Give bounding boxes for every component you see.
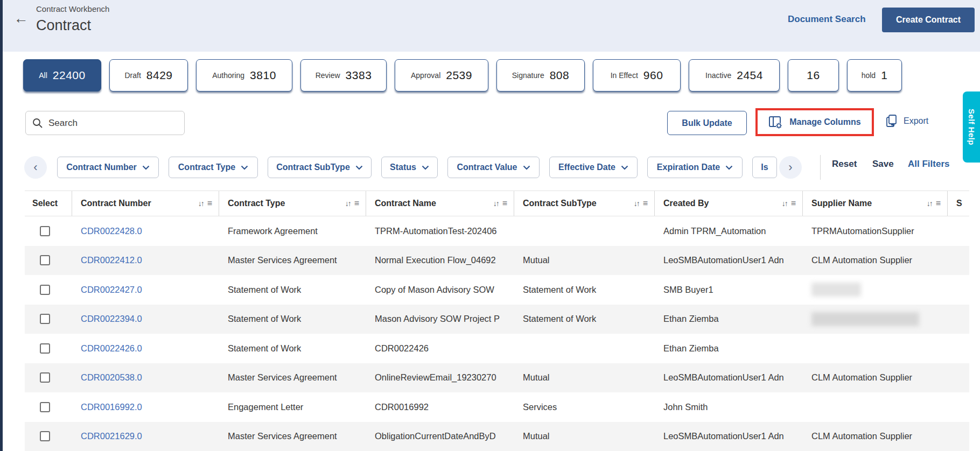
status-tab-authoring[interactable]: Authoring3810 [196,59,292,91]
all-filters-button[interactable]: All Filters [908,159,949,170]
filter-chip-contract-value[interactable]: Contract Value [447,157,540,178]
sort-arrows-icon[interactable]: ↓↑ [634,199,639,208]
sort-arrows-icon[interactable]: ↓↑ [927,199,932,208]
status-tab-count: 3810 [250,69,276,82]
back-arrow-icon[interactable]: ← [11,9,31,28]
created-by-cell: John Smith [655,392,803,422]
sort-arrows-icon[interactable]: ↓↑ [198,199,204,208]
extra-column-cell [948,422,969,451]
contract-number-link[interactable]: CDR0016992.0 [72,392,219,422]
filter-chip-contract-number[interactable]: Contract Number [57,157,159,178]
supplier-name-text: CLM Automation Supplier [811,255,912,265]
row-checkbox[interactable] [40,431,50,441]
column-menu-icon[interactable]: ≡ [643,199,648,208]
column-header-label: Contract Number [81,199,151,208]
contract-number-link[interactable]: CDR0022428.0 [72,216,219,246]
status-tab-signature[interactable]: Signature808 [496,59,585,91]
chevron-down-icon [241,165,248,170]
supplier-name-cell: CLM Automation Supplier [803,422,948,451]
create-contract-button[interactable]: Create Contract [882,8,975,32]
created-by-cell: Ethan Ziemba [655,305,803,334]
contract-number-link[interactable]: CDR0022426.0 [72,334,219,363]
sort-arrows-icon[interactable]: ↓↑ [782,199,787,208]
row-checkbox[interactable] [40,343,50,354]
filters-scroll-right-button[interactable]: › [779,156,802,179]
contract-number-link[interactable]: CDR0020538.0 [72,363,219,393]
status-tab-count: 22400 [53,69,86,82]
row-checkbox[interactable] [40,226,50,236]
search-box[interactable] [25,111,185,135]
chevron-down-icon [422,165,429,170]
column-menu-icon[interactable]: ≡ [936,199,941,208]
filter-chip-label: Contract Value [457,163,517,172]
status-tab-unnamed[interactable]: 16 [788,59,839,91]
filter-chip-contract-subtype[interactable]: Contract SubType [268,157,372,178]
column-menu-icon[interactable]: ≡ [354,199,359,208]
filter-chip-effective-date[interactable]: Effective Date [549,157,638,178]
column-sort-controls[interactable]: ↓↑≡ [345,199,359,208]
column-header-label: Contract Name [375,199,436,208]
status-tab-in-effect[interactable]: In Effect960 [593,59,681,91]
search-input[interactable] [48,118,178,129]
page-title: Contract [36,17,91,34]
contract-number-link[interactable]: CDR0022427.0 [72,275,219,305]
table-row: CDR0022394.0Statement of WorkMason Advis… [25,305,969,334]
table-row: CDR0022426.0Statement of WorkCDR0022426E… [25,334,969,363]
bulk-update-button[interactable]: Bulk Update [667,111,747,135]
created-by-cell: SMB Buyer1 [655,275,803,305]
created-by-cell: LeoSMBAutomationUser1 Adn [655,422,803,451]
sort-arrows-icon[interactable]: ↓↑ [345,199,351,208]
status-tab-label: Review [316,71,340,80]
filter-chip-label: Expiration Date [657,163,720,172]
filter-chip-label: Effective Date [558,163,615,172]
row-checkbox[interactable] [40,285,50,295]
manage-columns-button[interactable]: Manage Columns [768,115,860,129]
export-button[interactable]: Export [885,114,928,128]
reset-button[interactable]: Reset [832,159,857,170]
status-tab-draft[interactable]: Draft8429 [109,59,188,91]
row-checkbox[interactable] [40,372,50,383]
status-tab-count: 808 [550,69,570,82]
contract-number-link[interactable]: CDR0022412.0 [72,246,219,276]
filters-scroll-left-button[interactable]: ‹ [24,156,47,179]
column-sort-controls[interactable]: ↓↑≡ [927,199,941,208]
extra-column-cell [948,392,969,422]
created-by-cell: LeoSMBAutomationUser1 Adn [655,363,803,393]
contract-number-link[interactable]: CDR0022394.0 [72,305,219,334]
column-header-label: Select [32,199,58,208]
row-checkbox[interactable] [40,402,50,412]
page-header: ← Contract Workbench Contract Document S… [3,0,980,52]
status-tab-label: In Effect [611,71,638,80]
select-cell [25,216,72,246]
column-menu-icon[interactable]: ≡ [502,199,507,208]
sort-arrows-icon[interactable]: ↓↑ [493,199,499,208]
search-icon [32,118,43,129]
status-tab-review[interactable]: Review3383 [300,59,387,91]
chevron-left-icon: ‹ [33,160,37,174]
save-button[interactable]: Save [872,159,894,170]
status-tab-all[interactable]: All22400 [23,59,101,91]
table-row: CDR0022427.0Statement of WorkCopy of Mas… [25,275,969,305]
status-tab-hold[interactable]: hold1 [847,59,902,91]
status-tab-approval[interactable]: Approval2539 [395,59,488,91]
column-menu-icon[interactable]: ≡ [207,199,212,208]
column-sort-controls[interactable]: ↓↑≡ [634,199,648,208]
contract-number-link[interactable]: CDR0021629.0 [72,422,219,451]
status-tab-inactive[interactable]: Inactive2454 [689,59,780,91]
column-sort-controls[interactable]: ↓↑≡ [782,199,796,208]
document-search-link[interactable]: Document Search [788,14,866,25]
column-sort-controls[interactable]: ↓↑≡ [493,199,507,208]
self-help-tab[interactable]: Self Help [963,91,980,163]
filter-chip-expiration-date[interactable]: Expiration Date [647,157,743,178]
column-header-created-by: Created By↓↑≡ [655,191,803,216]
row-checkbox[interactable] [40,314,50,324]
column-menu-icon[interactable]: ≡ [791,199,796,208]
filter-chip-contract-type[interactable]: Contract Type [169,157,258,178]
filter-chip-is[interactable]: Is [752,157,777,178]
filter-chip-status[interactable]: Status [381,157,438,178]
select-cell [25,246,72,276]
column-sort-controls[interactable]: ↓↑≡ [198,199,212,208]
filter-chip-label: Is [761,163,768,172]
row-checkbox[interactable] [40,255,50,265]
supplier-name-cell: CLM Automation Supplier [803,363,948,393]
